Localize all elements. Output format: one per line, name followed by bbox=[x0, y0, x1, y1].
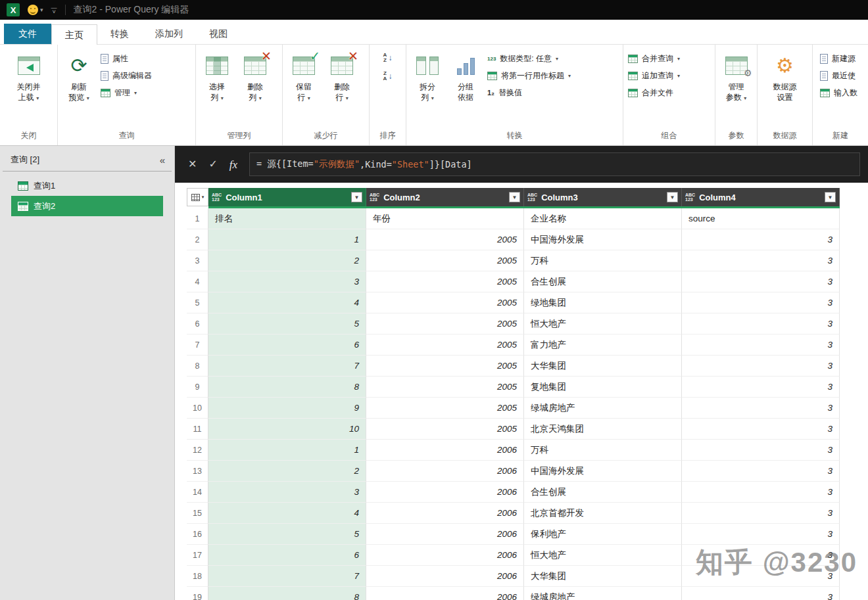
table-cell[interactable]: 2006 bbox=[366, 482, 524, 503]
merge-queries-button[interactable]: 合并查询 ▾ bbox=[628, 54, 680, 64]
tab-view[interactable]: 视图 bbox=[196, 24, 241, 44]
sort-descending-button[interactable]: ZA ↓ bbox=[381, 70, 395, 83]
column-header-column2[interactable]: ABC123 Column2 ▼ bbox=[366, 188, 524, 206]
column-header-column3[interactable]: ABC123 Column3 ▼ bbox=[524, 188, 682, 206]
row-number[interactable]: 10 bbox=[187, 398, 208, 419]
table-cell[interactable]: 富力地产 bbox=[524, 335, 682, 356]
table-cell[interactable]: 中国海外发展 bbox=[524, 461, 682, 482]
row-number[interactable]: 1 bbox=[187, 208, 208, 229]
query-item-query1[interactable]: 查询1 bbox=[11, 175, 163, 196]
column-header-column1[interactable]: ABC123 Column1 ▼ bbox=[208, 188, 366, 206]
table-cell[interactable]: 3 bbox=[682, 587, 840, 600]
manage-button[interactable]: 管理 ▾ bbox=[101, 88, 152, 98]
table-cell[interactable]: 绿地集团 bbox=[524, 292, 682, 313]
row-number[interactable]: 9 bbox=[187, 377, 208, 398]
split-column-button[interactable]: 拆分 列 ▾ bbox=[408, 46, 446, 104]
table-cell[interactable]: 3 bbox=[682, 250, 840, 271]
choose-columns-button[interactable]: 选择 列 ▾ bbox=[198, 46, 236, 104]
refresh-preview-button[interactable]: ⟳ 刷新 预览 ▾ bbox=[60, 46, 98, 104]
table-cell[interactable]: 3 bbox=[682, 440, 840, 461]
table-cell[interactable]: 2 bbox=[208, 461, 366, 482]
table-cell[interactable]: 2006 bbox=[366, 440, 524, 461]
recent-sources-button[interactable]: 最近使 bbox=[820, 71, 857, 81]
table-cell[interactable]: 3 bbox=[682, 419, 840, 440]
table-cell[interactable]: 2005 bbox=[366, 356, 524, 377]
table-cell[interactable]: 3 bbox=[682, 377, 840, 398]
table-cell[interactable]: 中国海外发展 bbox=[524, 229, 682, 250]
row-number[interactable]: 7 bbox=[187, 335, 208, 356]
table-cell[interactable]: 2005 bbox=[366, 419, 524, 440]
table-corner-button[interactable]: ▾ bbox=[187, 188, 208, 206]
row-number[interactable]: 14 bbox=[187, 482, 208, 503]
table-cell[interactable]: 北京天鸿集团 bbox=[524, 419, 682, 440]
table-cell[interactable]: 复地集团 bbox=[524, 377, 682, 398]
table-cell[interactable]: 2006 bbox=[366, 461, 524, 482]
row-number[interactable]: 11 bbox=[187, 419, 208, 440]
table-cell[interactable]: 3 bbox=[682, 356, 840, 377]
cancel-formula-button[interactable]: ✕ bbox=[188, 159, 197, 170]
row-number[interactable]: 8 bbox=[187, 356, 208, 377]
table-cell[interactable]: 2005 bbox=[366, 313, 524, 335]
table-cell[interactable]: 2006 bbox=[366, 503, 524, 524]
row-number[interactable]: 4 bbox=[187, 271, 208, 292]
table-cell[interactable]: 万科 bbox=[524, 440, 682, 461]
table-cell[interactable]: 3 bbox=[682, 482, 840, 503]
table-cell[interactable]: 合生创展 bbox=[524, 271, 682, 292]
table-cell[interactable]: 万科 bbox=[524, 250, 682, 271]
table-cell[interactable]: 绿城房地产 bbox=[524, 398, 682, 419]
advanced-editor-button[interactable]: 高级编辑器 bbox=[101, 71, 152, 81]
table-cell[interactable]: 3 bbox=[682, 313, 840, 335]
table-cell[interactable]: 2006 bbox=[366, 524, 524, 545]
table-cell[interactable]: 3 bbox=[682, 271, 840, 292]
table-cell[interactable]: 大华集团 bbox=[524, 356, 682, 377]
close-and-load-button[interactable]: 关闭并 上载 ▾ bbox=[10, 46, 48, 104]
table-cell[interactable]: 大华集团 bbox=[524, 566, 682, 587]
table-cell[interactable]: 7 bbox=[208, 566, 366, 587]
table-cell[interactable]: 1 bbox=[208, 440, 366, 461]
table-cell[interactable]: 合生创展 bbox=[524, 482, 682, 503]
data-source-settings-button[interactable]: ⚙ 数据源 设置 bbox=[766, 46, 804, 103]
table-cell[interactable]: 8 bbox=[208, 587, 366, 600]
table-cell[interactable]: 年份 bbox=[366, 208, 524, 229]
table-cell[interactable]: 3 bbox=[682, 398, 840, 419]
table-cell[interactable]: 2005 bbox=[366, 398, 524, 419]
row-number[interactable]: 15 bbox=[187, 503, 208, 524]
keep-rows-button[interactable]: ✓ 保留 行 ▾ bbox=[285, 46, 323, 104]
filter-button[interactable]: ▼ bbox=[825, 192, 836, 202]
collapse-pane-icon[interactable]: « bbox=[160, 155, 165, 165]
row-number[interactable]: 3 bbox=[187, 250, 208, 271]
table-cell[interactable]: 4 bbox=[208, 292, 366, 313]
row-number[interactable]: 6 bbox=[187, 313, 208, 335]
chevron-down-icon[interactable]: ▾ bbox=[40, 7, 43, 13]
table-cell[interactable]: 2006 bbox=[366, 587, 524, 600]
row-number[interactable]: 17 bbox=[187, 545, 208, 566]
tab-transform[interactable]: 转换 bbox=[97, 24, 142, 44]
table-cell[interactable]: 7 bbox=[208, 356, 366, 377]
table-cell[interactable]: 6 bbox=[208, 545, 366, 566]
row-number[interactable]: 2 bbox=[187, 229, 208, 250]
append-queries-button[interactable]: 追加查询 ▾ bbox=[628, 71, 680, 81]
table-cell[interactable]: 北京首都开发 bbox=[524, 503, 682, 524]
properties-button[interactable]: 属性 bbox=[101, 54, 152, 64]
table-cell[interactable]: 2006 bbox=[366, 566, 524, 587]
table-cell[interactable]: 6 bbox=[208, 335, 366, 356]
tab-home[interactable]: 主页 bbox=[51, 24, 97, 45]
table-cell[interactable]: 2005 bbox=[366, 335, 524, 356]
table-cell[interactable]: 保利地产 bbox=[524, 524, 682, 545]
table-cell[interactable]: 1 bbox=[208, 229, 366, 250]
data-type-button[interactable]: 123 数据类型: 任意 ▾ bbox=[487, 54, 571, 64]
table-cell[interactable]: 3 bbox=[682, 292, 840, 313]
table-cell[interactable]: 3 bbox=[682, 229, 840, 250]
row-number[interactable]: 18 bbox=[187, 566, 208, 587]
sort-ascending-button[interactable]: AZ ↓ bbox=[381, 51, 395, 64]
formula-input[interactable]: = 源{[Item="示例数据",Kind="Sheet"]}[Data] bbox=[249, 152, 860, 176]
table-cell[interactable]: 2005 bbox=[366, 377, 524, 398]
manage-parameters-button[interactable]: ⚙ 管理 参数 ▾ bbox=[717, 46, 755, 104]
commit-formula-button[interactable]: ✓ bbox=[208, 159, 217, 170]
row-number[interactable]: 12 bbox=[187, 440, 208, 461]
tab-add-column[interactable]: 添加列 bbox=[142, 24, 196, 44]
table-cell[interactable]: 5 bbox=[208, 313, 366, 335]
filter-button[interactable]: ▼ bbox=[351, 192, 362, 202]
table-cell[interactable]: 2 bbox=[208, 250, 366, 271]
fx-icon[interactable]: fx bbox=[229, 159, 237, 170]
